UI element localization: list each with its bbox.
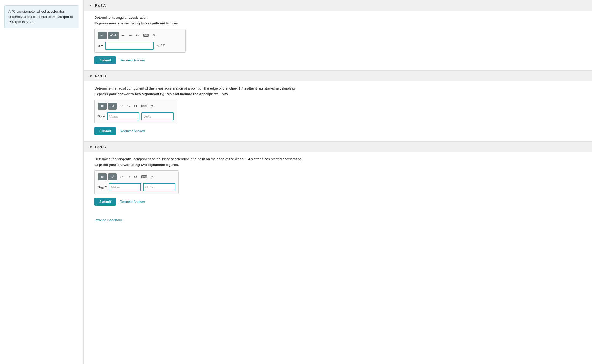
part-a-input-area: √□ ΑΣΦ ↩ ↪ ↺ ⌨ ? α = rad/s² — [94, 29, 186, 53]
part-c-mu-button[interactable]: μÅ — [108, 173, 117, 180]
part-b-input-row: aR = — [98, 112, 174, 120]
feedback-link[interactable]: Provide Feedback — [94, 218, 123, 222]
part-a-input-row: α = rad/s² — [98, 42, 182, 50]
part-a-actions: Submit Request Answer — [94, 56, 581, 64]
part-c-undo-button[interactable]: ↩ — [118, 174, 124, 180]
part-c-toolbar: ⊞ μÅ ↩ ↪ ↺ ⌨ ? — [98, 173, 175, 180]
part-b-keyboard-button[interactable]: ⌨ — [140, 103, 148, 109]
part-a-title: Part A — [95, 3, 106, 8]
part-a-body: Determine its angular acceleration. Expr… — [84, 11, 592, 70]
part-b-help-button[interactable]: ? — [150, 103, 154, 109]
part-a-arrow: ▼ — [89, 3, 92, 7]
main-content: ▼ Part A Determine its angular accelerat… — [83, 0, 592, 364]
part-a-description: Determine its angular acceleration. — [94, 16, 581, 20]
part-c-value-input[interactable] — [109, 183, 141, 191]
feedback-section: Provide Feedback — [84, 212, 592, 227]
part-b-body: Determine the radial component of the li… — [84, 81, 592, 141]
refresh-button[interactable]: ↺ — [135, 32, 140, 38]
part-b-input-area: ⊞ μÅ ↩ ↪ ↺ ⌨ ? aR = — [94, 100, 177, 123]
part-c-redo-button[interactable]: ↪ — [126, 174, 131, 180]
part-c-refresh-button[interactable]: ↺ — [133, 174, 138, 180]
part-b-arrow: ▼ — [89, 74, 92, 78]
part-b-refresh-button[interactable]: ↺ — [133, 103, 138, 109]
part-a-section: ▼ Part A Determine its angular accelerat… — [84, 0, 592, 71]
part-c-header[interactable]: ▼ Part C — [84, 142, 592, 152]
part-b-value-input[interactable] — [107, 112, 139, 120]
redo-button[interactable]: ↪ — [127, 32, 133, 38]
undo-button[interactable]: ↩ — [120, 32, 126, 38]
part-a-unit: rad/s² — [156, 44, 165, 48]
sidebar: A 40-cm-diameter wheel accelerates unifo… — [0, 0, 83, 364]
part-b-submit-button[interactable]: Submit — [94, 127, 116, 135]
part-b-grid-button[interactable]: ⊞ — [98, 103, 107, 110]
part-b-description: Determine the radial component of the li… — [94, 86, 581, 90]
part-a-answer-input[interactable] — [105, 42, 154, 50]
sqrt-button[interactable]: √□ — [98, 32, 107, 39]
part-b-instruction: Express your answer to two significant f… — [94, 92, 581, 96]
part-b-toolbar: ⊞ μÅ ↩ ↪ ↺ ⌨ ? — [98, 103, 174, 110]
part-c-body: Determine the tangential component of th… — [84, 152, 592, 212]
part-c-help-button[interactable]: ? — [150, 174, 154, 180]
part-c-description: Determine the tangential component of th… — [94, 157, 581, 161]
part-c-keyboard-button[interactable]: ⌨ — [140, 174, 148, 180]
part-a-toolbar: √□ ΑΣΦ ↩ ↪ ↺ ⌨ ? — [98, 32, 182, 39]
keyboard-button[interactable]: ⌨ — [142, 32, 150, 38]
part-b-undo-button[interactable]: ↩ — [118, 103, 124, 109]
part-b-redo-button[interactable]: ↪ — [126, 103, 131, 109]
part-b-request-link[interactable]: Request Answer — [120, 129, 145, 133]
part-b-mu-button[interactable]: μÅ — [108, 103, 117, 110]
part-c-input-area: ⊞ μÅ ↩ ↪ ↺ ⌨ ? atan = — [94, 170, 179, 194]
part-c-request-link[interactable]: Request Answer — [120, 200, 145, 204]
part-b-actions: Submit Request Answer — [94, 127, 581, 135]
part-c-grid-button[interactable]: ⊞ — [98, 173, 107, 180]
problem-statement: A 40-cm-diameter wheel accelerates unifo… — [4, 5, 79, 28]
part-b-section: ▼ Part B Determine the radial component … — [84, 71, 592, 142]
part-b-label: aR = — [98, 114, 105, 119]
help-button[interactable]: ? — [152, 33, 156, 38]
part-a-request-link[interactable]: Request Answer — [120, 58, 145, 62]
part-b-title: Part B — [95, 74, 106, 78]
part-a-header[interactable]: ▼ Part A — [84, 0, 592, 11]
part-a-instruction: Express your answer using two significan… — [94, 21, 581, 25]
part-c-input-row: atan = — [98, 183, 175, 191]
part-b-header[interactable]: ▼ Part B — [84, 71, 592, 81]
part-c-instruction: Express your answer using two significan… — [94, 163, 581, 167]
part-b-units-input[interactable] — [141, 112, 174, 120]
part-c-label: atan = — [98, 185, 107, 190]
part-c-submit-button[interactable]: Submit — [94, 198, 116, 206]
part-c-arrow: ▼ — [89, 145, 92, 149]
part-c-actions: Submit Request Answer — [94, 198, 581, 206]
alpha-sigma-button[interactable]: ΑΣΦ — [108, 32, 119, 39]
part-a-label: α = — [98, 44, 103, 48]
part-c-section: ▼ Part C Determine the tangential compon… — [84, 142, 592, 212]
part-c-title: Part C — [95, 145, 106, 149]
part-a-submit-button[interactable]: Submit — [94, 56, 116, 64]
part-c-units-input[interactable] — [143, 183, 175, 191]
